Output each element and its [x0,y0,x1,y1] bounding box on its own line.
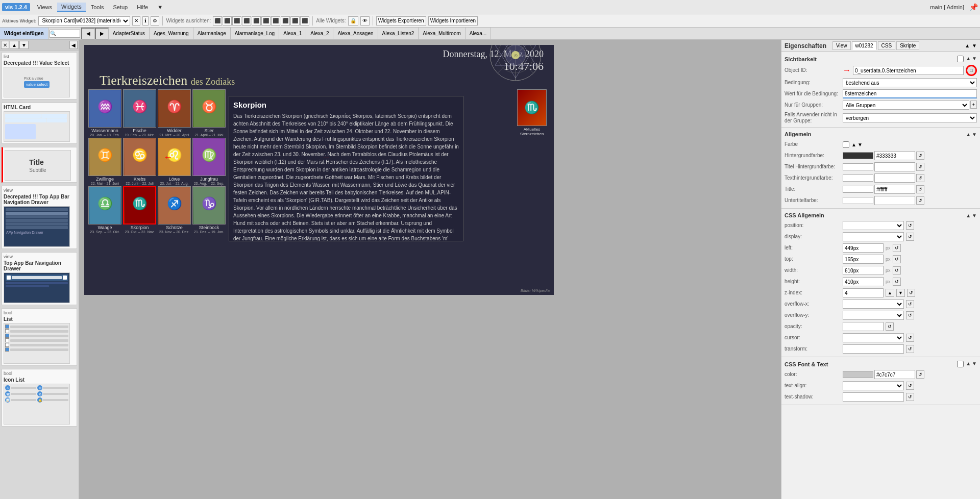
align-same-h-btn[interactable]: ⬛ [300,16,309,26]
tab-alexa-ansagen[interactable]: Alexa_Ansagen [333,28,378,40]
title-color-input[interactable] [874,185,915,194]
farbe-checkbox[interactable] [843,141,849,148]
widget-card-nav-drawer[interactable]: view Decrepated !!! Top App Bar Navigati… [2,186,77,249]
props-tab-css[interactable]: CSS [878,41,896,50]
tabs-nav-back[interactable]: ◀ [81,28,95,40]
all-widgets-lock-btn[interactable]: 🔒 [348,16,358,26]
css-color-reset[interactable]: ↺ [916,370,924,379]
texthf-input[interactable] [874,173,915,183]
gruppen-select[interactable]: Alle Gruppen [843,101,969,110]
tabs-search-input[interactable] [50,30,80,38]
sichtbarkeit-collapse[interactable]: ▲ [966,56,971,62]
untertitel-reset-btn[interactable]: ↺ [916,196,924,205]
css-display-reset[interactable]: ↺ [906,233,914,241]
close-panel-btn[interactable]: ✕ [1,41,9,49]
canvas-area[interactable]: Donnerstag, 12. März 2020 10:47:06 Tierk… [79,40,781,499]
sidebar-collapse-btn[interactable]: ◀ [69,41,78,49]
widget-card-icon-list[interactable]: bool Icon List ⌂ ✉ ☎ ⚙ 📊 🔔 [2,369,77,427]
hintergrundfarbe-reset-btn[interactable]: ↺ [916,152,924,160]
bedingung-select[interactable]: bestehend aus [843,78,977,87]
falls-select[interactable]: verbergen [843,113,977,122]
css-height-input[interactable] [843,277,884,286]
css-zindex-up[interactable]: ▲ [886,289,894,297]
align-right-btn[interactable]: ⬛ [232,16,241,26]
css-font-expand[interactable]: ▼ [972,361,977,367]
titel-hf-swatch[interactable] [843,163,873,170]
align-left-btn[interactable]: ⬛ [213,16,222,26]
css-zindex-input[interactable] [843,288,884,297]
title-color-reset-btn[interactable]: ↺ [916,185,924,193]
align-top-btn[interactable]: ⬛ [242,16,251,26]
hintergrundfarbe-input[interactable] [874,151,915,160]
active-widget-select[interactable]: Skorpion Card[w01282] (materialdesign - [38,16,130,26]
tab-alexa-multiroom[interactable]: Alexa_Multiroom [419,28,465,40]
css-width-reset[interactable]: ↺ [893,266,901,275]
css-zindex-reset[interactable]: ↺ [907,289,915,297]
props-tab-view[interactable]: View [832,41,851,50]
css-height-reset[interactable]: ↺ [893,278,901,286]
menu-hilfe[interactable]: Hilfe [133,3,152,11]
css-textalign-reset[interactable]: ↺ [906,382,914,390]
tab-alexa2[interactable]: Alexa_2 [306,28,333,40]
widget-card-bool-list[interactable]: bool List [2,308,77,366]
css-top-input[interactable] [843,255,884,264]
menu-setup[interactable]: Setup [109,3,132,11]
farbe-expand[interactable]: ▼ [857,142,863,147]
css-textshadow-reset[interactable]: ↺ [906,393,914,401]
menu-tools[interactable]: Tools [87,3,108,11]
widget-card-html[interactable]: HTML Card [2,103,77,144]
css-color-swatch[interactable] [843,371,873,378]
wert-input[interactable] [843,89,977,98]
css-overflowy-select[interactable] [843,311,904,320]
allgemein-expand[interactable]: ▼ [972,132,977,137]
css-opacity-reset[interactable]: ↺ [886,322,894,331]
css-overflowx-reset[interactable]: ↺ [906,300,914,308]
css-textalign-select[interactable] [843,381,904,390]
widget-delete-btn[interactable]: ✕ [132,16,140,26]
widget-info-btn[interactable]: ℹ [142,16,149,26]
tab-alexa-listen2[interactable]: Alexa_Listen2 [378,28,419,40]
gruppen-add-btn[interactable]: + [970,101,977,109]
css-transform-reset[interactable]: ↺ [906,345,914,353]
props-collapse-btn[interactable]: ▲ [965,43,970,48]
widget-card-top-app-bar[interactable]: view Top App Bar Navigation Drawer [2,252,77,305]
sichtbarkeit-checkbox[interactable] [957,56,964,62]
menu-pin-icon[interactable]: 📌 [969,3,978,11]
titel-hf-reset-btn[interactable]: ↺ [916,163,924,171]
widget-settings-btn[interactable]: ⚙ [151,16,159,26]
align-dist-v-btn[interactable]: ⬛ [281,16,290,26]
css-opacity-input[interactable] [843,322,884,331]
css-color-input[interactable] [874,370,915,379]
widget-card-list[interactable]: list Decrepated !!! Value Select Pick a … [2,52,77,99]
nav-up-btn[interactable]: ▲ [10,41,19,49]
css-top-reset[interactable]: ↺ [893,255,901,263]
all-widgets-eye-btn[interactable]: 👁 [360,16,370,26]
css-zindex-down[interactable]: ▼ [896,289,905,297]
allgemein-collapse[interactable]: ▲ [966,132,971,137]
objectid-input[interactable] [853,66,964,75]
css-textshadow-input[interactable] [843,392,904,402]
css-overflowx-select[interactable] [843,300,904,309]
css-display-select[interactable] [843,232,904,241]
css-position-select[interactable] [843,221,904,230]
scorpion-text-box[interactable]: → Skorpion Das Tierkreiszeichen Skorpion… [229,96,463,241]
hintergrundfarbe-swatch[interactable] [843,152,873,159]
objectid-action-btn[interactable]: □ [966,65,977,76]
tabs-nav-fwd[interactable]: ▶ [95,28,109,40]
menu-views[interactable]: Views [33,3,56,11]
tab-alarmanlage-log[interactable]: Alarmanlage_Log [231,28,279,40]
css-left-reset[interactable]: ↺ [893,244,901,252]
sichtbarkeit-expand[interactable]: ▼ [972,56,977,62]
texthf-reset-btn[interactable]: ↺ [916,174,924,182]
css-cursor-select[interactable] [843,333,904,342]
align-center-v-btn[interactable]: ⬛ [252,16,261,26]
css-font-collapse[interactable]: ▲ [966,361,971,367]
align-dist-h-btn[interactable]: ⬛ [271,16,280,26]
tab-ages-warnung[interactable]: Ages_Warnung [150,28,193,40]
css-overflowy-reset[interactable]: ↺ [906,311,914,319]
widget-card-title[interactable]: Title Subtitle [2,147,77,183]
farbe-collapse[interactable]: ▲ [851,142,856,147]
css-position-reset[interactable]: ↺ [906,221,914,230]
props-expand-btn[interactable]: ▼ [972,43,977,48]
untertitel-input[interactable] [874,196,915,205]
